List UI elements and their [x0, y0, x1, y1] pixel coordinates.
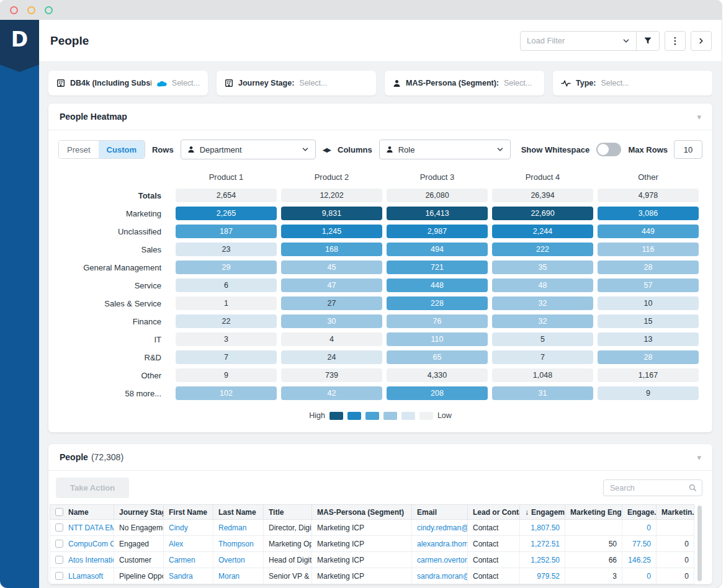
heatmap-cell[interactable]: 4,978 [598, 189, 699, 202]
show-whitespace-toggle[interactable] [596, 143, 621, 156]
cell-engage[interactable]: 0 [622, 520, 657, 536]
heatmap-cell[interactable]: 739 [281, 368, 382, 382]
filter-chip-mas-persona[interactable]: MAS-Persona (Segment): Select... [385, 71, 544, 96]
heatmap-cell[interactable]: 15 [598, 314, 699, 328]
heatmap-cell[interactable]: 1,167 [598, 368, 699, 382]
heatmap-cell[interactable]: 47 [281, 278, 382, 292]
row-checkbox[interactable] [55, 540, 63, 548]
heatmap-cell[interactable]: 26,394 [492, 189, 593, 202]
heatmap-cell[interactable]: 110 [387, 332, 488, 346]
cell-engagement[interactable]: 1,272.51 [520, 536, 565, 552]
heatmap-cell[interactable]: 27 [281, 296, 382, 310]
heatmap-cell[interactable]: 6 [176, 278, 277, 292]
cell-last[interactable]: Redman [213, 520, 264, 536]
heatmap-cell[interactable]: 32 [492, 296, 593, 310]
max-rows-input[interactable] [674, 140, 702, 159]
heatmap-cell[interactable]: 222 [492, 243, 593, 256]
heatmap-cell[interactable]: 13 [598, 332, 699, 346]
collapse-panel-button[interactable] [691, 31, 712, 51]
heatmap-cell[interactable]: 2,654 [176, 189, 277, 202]
heatmap-cell[interactable]: 35 [492, 261, 593, 274]
heatmap-cell[interactable]: 2,265 [176, 207, 277, 220]
cell-name[interactable]: CompuCom Canad [50, 536, 114, 552]
heatmap-cell[interactable]: 7 [176, 350, 277, 364]
heatmap-cell[interactable]: 208 [387, 386, 488, 400]
more-options-button[interactable]: ⋮ [665, 31, 686, 51]
load-filter-select[interactable]: Load Filter [521, 32, 636, 50]
rows-dimension-dropdown[interactable]: Department [181, 140, 316, 159]
heatmap-cell[interactable]: 48 [492, 278, 593, 292]
collapse-chevron-icon[interactable]: ▾ [697, 112, 701, 122]
heatmap-cell[interactable]: 494 [387, 243, 488, 256]
cell-last[interactable]: Thompson [213, 536, 264, 552]
column-header-lead[interactable]: Lead or Conta... [468, 505, 520, 520]
cell-engage[interactable]: 146.25 [622, 552, 657, 568]
heatmap-cell[interactable]: 9 [598, 386, 699, 400]
column-header-engagement[interactable]: ↓Engagem... [520, 505, 565, 520]
demandbase-logo[interactable]: D [0, 20, 39, 72]
cell-engagement[interactable]: 1,807.50 [520, 520, 565, 536]
collapse-chevron-icon[interactable]: ▾ [697, 453, 701, 462]
search-input[interactable] [609, 483, 689, 493]
heatmap-cell[interactable]: 28 [598, 350, 699, 364]
heatmap-cell[interactable]: 23 [176, 243, 277, 256]
heatmap-cell[interactable]: 1 [176, 296, 277, 310]
heatmap-cell[interactable]: 3 [176, 332, 277, 346]
heatmap-cell[interactable]: 721 [387, 261, 488, 274]
cell-email[interactable]: sandra.moran@llan [412, 568, 468, 584]
select-all-checkbox[interactable] [55, 508, 63, 516]
column-header-journey[interactable]: Journey Stage [114, 505, 164, 520]
heatmap-cell[interactable]: 29 [176, 261, 277, 274]
row-checkbox[interactable] [55, 523, 63, 532]
cell-last[interactable]: Overton [213, 552, 264, 568]
cell-email[interactable]: carmen.overton@a [412, 552, 468, 568]
heatmap-cell[interactable]: 42 [281, 386, 382, 400]
cell-first[interactable]: Carmen [164, 552, 213, 568]
cell-email[interactable]: cindy.redman@ntt [412, 520, 468, 536]
cell-engagement[interactable]: 979.52 [520, 568, 565, 584]
take-action-button[interactable]: Take Action [56, 478, 129, 498]
heatmap-cell[interactable]: 9,831 [281, 207, 382, 220]
heatmap-cell[interactable]: 7 [492, 350, 593, 364]
cell-name[interactable]: LLamasoft [50, 568, 114, 584]
heatmap-cell[interactable]: 24 [281, 350, 382, 364]
heatmap-cell[interactable]: 1,048 [492, 368, 593, 382]
filter-chip-type[interactable]: Type: Select... [553, 71, 712, 96]
heatmap-cell[interactable]: 65 [387, 350, 488, 364]
heatmap-cell[interactable]: 449 [598, 225, 699, 238]
row-checkbox[interactable] [55, 556, 63, 564]
heatmap-cell[interactable]: 168 [281, 243, 382, 256]
heatmap-cell[interactable]: 2,244 [492, 225, 593, 238]
heatmap-cell[interactable]: 12,202 [281, 189, 382, 202]
heatmap-cell[interactable]: 5 [492, 332, 593, 346]
heatmap-cell[interactable]: 2,987 [387, 225, 488, 238]
heatmap-cell[interactable]: 31 [492, 386, 593, 400]
heatmap-cell[interactable]: 45 [281, 261, 382, 274]
cell-name[interactable]: Atos Internationa [50, 552, 114, 568]
heatmap-cell[interactable]: 4 [281, 332, 382, 346]
column-header-name[interactable]: Name [50, 505, 114, 520]
heatmap-cell[interactable]: 16,413 [387, 207, 488, 220]
minimize-window-icon[interactable] [27, 6, 35, 14]
cell-email[interactable]: alexandra.thomps [412, 536, 468, 552]
zoom-window-icon[interactable] [45, 6, 53, 14]
swap-rows-columns-icon[interactable]: ◀▶ [323, 146, 331, 153]
heatmap-cell[interactable]: 3,086 [598, 207, 699, 220]
filter-chip-journey-stage[interactable]: Journey Stage: Select... [217, 71, 376, 96]
cell-name[interactable]: NTT DATA EMEA [50, 520, 114, 536]
table-scrollbar[interactable] [697, 506, 702, 581]
row-checkbox[interactable] [55, 572, 63, 580]
heatmap-cell[interactable]: 28 [598, 261, 699, 274]
cell-engage[interactable]: 77.50 [622, 536, 657, 552]
heatmap-cell[interactable]: 187 [176, 225, 277, 238]
filter-funnel-button[interactable] [637, 32, 659, 50]
heatmap-cell[interactable]: 228 [387, 296, 488, 310]
columns-dimension-dropdown[interactable]: Role [379, 140, 511, 159]
column-header-mkt2[interactable]: Marketin... [657, 505, 694, 520]
heatmap-cell[interactable]: 116 [598, 243, 699, 256]
cell-first[interactable]: Sandra [164, 568, 213, 584]
column-header-mas[interactable]: MAS-Persona (Segment) [312, 505, 412, 520]
column-header-engage[interactable]: Engage... [622, 505, 657, 520]
column-header-last[interactable]: Last Name [213, 505, 264, 520]
filter-chip-account-list[interactable]: DB4k (Including Subsi... : Select... [48, 71, 208, 96]
